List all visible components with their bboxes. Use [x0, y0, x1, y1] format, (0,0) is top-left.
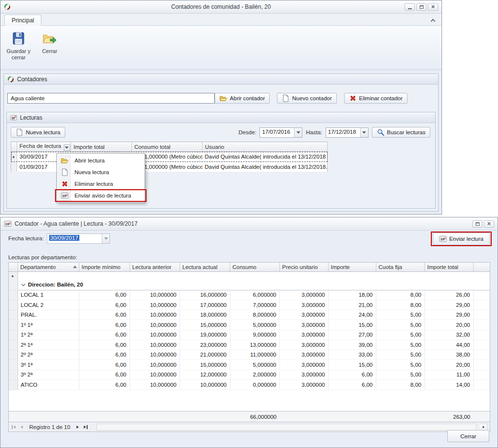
grid-cell[interactable]: 5,00	[376, 320, 424, 330]
contador-name-input[interactable]	[7, 93, 215, 104]
grid-cell[interactable]: 13,000000	[230, 340, 279, 350]
collapse-ribbon-button[interactable]	[428, 16, 437, 24]
guardar-y-cerrar-button[interactable]: Guardar y cerrar	[4, 28, 33, 61]
grid-cell[interactable]: 6,00	[79, 370, 129, 380]
close-button[interactable]: ×	[484, 220, 494, 228]
menu-item-eliminar-lectura[interactable]: Eliminar lectura	[58, 178, 144, 190]
grid-cell[interactable]: 6,00	[79, 380, 129, 390]
grid-cell[interactable]: 21,000000	[180, 350, 230, 360]
grid-cell[interactable]: 6,000000	[230, 290, 279, 300]
grid-cell[interactable]: 15,000000	[180, 320, 230, 330]
grid-cell[interactable]: 21,00	[328, 300, 376, 310]
column-header[interactable]: Lectura anterior	[129, 263, 180, 271]
grid-cell[interactable]: 24,00	[328, 310, 376, 320]
grid-cell[interactable]: 1º 2ª	[18, 330, 79, 340]
grid-cell[interactable]: 6,00	[79, 340, 129, 350]
grid-cell[interactable]: PRAL.	[18, 310, 79, 320]
grid-cell[interactable]: LOCAL 1	[18, 290, 79, 300]
grid-row[interactable]: 2º 2ª6,0010,00000021,00000011,0000003,00…	[9, 350, 490, 360]
grid-cell[interactable]: 16,000000	[180, 290, 230, 300]
grid-cell[interactable]: 3º 1ª	[18, 360, 79, 370]
column-header[interactable]: Lectura actual	[180, 263, 230, 271]
grid-cell[interactable]: 27,00	[328, 330, 376, 340]
grid-cell[interactable]: 5,00	[376, 310, 424, 320]
grid-cell[interactable]: 14,00	[424, 380, 473, 390]
column-header[interactable]: Precio unitario	[279, 263, 328, 271]
grid-row[interactable]: ATICO6,0010,00000010,0000000,0000003,000…	[9, 380, 490, 390]
hasta-date-combo[interactable]: 17/12/2018	[326, 127, 369, 138]
grid-cell[interactable]: 10,000000	[180, 380, 230, 390]
grid-cell[interactable]: 33,00	[328, 350, 376, 360]
grid-cell[interactable]: 6,00	[79, 310, 129, 320]
menu-item-nueva-lectura[interactable]: Nueva lectura	[58, 166, 144, 178]
grid-cell[interactable]: 2º 2ª	[18, 350, 79, 360]
hasta-dropdown-button[interactable]	[360, 128, 368, 137]
grid-cell[interactable]: 5,000000	[230, 360, 279, 370]
grid-cell[interactable]: 3,000000	[279, 340, 328, 350]
grid-cell[interactable]: 10,000000	[129, 290, 180, 300]
grid-row[interactable]: LOCAL 26,0010,00000017,0000007,0000003,0…	[9, 300, 490, 310]
enviar-lectura-button[interactable]: 102 Enviar lectura	[433, 233, 490, 245]
grid-cell[interactable]: 6,00	[79, 300, 129, 310]
grid-row[interactable]: 3º 1ª6,0010,00000015,0000005,0000003,000…	[9, 360, 490, 370]
grid-cell[interactable]: ATICO	[18, 380, 79, 390]
grid-cell[interactable]: 3,000000	[279, 370, 328, 380]
grid-cell[interactable]: 3,000000	[279, 330, 328, 340]
grid-cell[interactable]: 18,000000	[180, 310, 230, 320]
titlebar[interactable]: 102 Contador - Agua caliente | Lectura -…	[0, 217, 498, 231]
grid-cell[interactable]: 29,00	[424, 300, 473, 310]
menu-item-abrir-lectura[interactable]: Abrir lectura	[58, 155, 144, 166]
grid-cell[interactable]: 8,00	[376, 380, 424, 390]
grid-cell[interactable]: 8,00	[376, 300, 424, 310]
grid-cell[interactable]: 20,00	[424, 320, 473, 330]
restore-button[interactable]	[472, 220, 482, 228]
grid-cell[interactable]: 10,000000	[129, 380, 180, 390]
column-header-fecha[interactable]: Fecha de lectura	[17, 142, 71, 152]
scroll-right-button[interactable]	[480, 424, 488, 430]
grid-cell[interactable]: 8,00	[376, 290, 424, 300]
grid-cell[interactable]: 6,00	[79, 290, 129, 300]
grid-row[interactable]: 3º 2ª6,0010,00000012,0000002,0000003,000…	[9, 370, 490, 380]
eliminar-contador-button[interactable]: Eliminar contador	[344, 93, 407, 104]
filter-dropdown-button[interactable]	[64, 144, 70, 151]
grid-cell[interactable]: 11,000000	[230, 350, 279, 360]
grid-cell[interactable]: 9,000000	[230, 330, 279, 340]
grid-cell[interactable]: 12,000000	[180, 370, 230, 380]
grid-cell[interactable]: 26,00	[424, 290, 473, 300]
column-header[interactable]: Departamento	[18, 263, 79, 271]
grid-cell[interactable]: 2,000000	[230, 370, 279, 380]
grid-cell[interactable]: 6,00	[328, 370, 376, 380]
grid-cell[interactable]: 23,000000	[180, 340, 230, 350]
cerrar-button[interactable]: Cerrar	[447, 430, 489, 442]
group-row[interactable]: Direccion: Bailén, 20	[9, 280, 490, 290]
grid-cell[interactable]: 10,000000	[129, 320, 180, 330]
close-button[interactable]: ×	[428, 3, 438, 11]
titlebar[interactable]: Contadores de comunidad - Bailén, 20 ×	[0, 0, 442, 14]
grid-row[interactable]: 1º 2ª6,0010,00000019,0000009,0000003,000…	[9, 330, 490, 340]
column-header-usuario[interactable]: Usuario	[203, 142, 328, 152]
grid-cell[interactable]: 10,000000	[129, 310, 180, 320]
grid-cell[interactable]: 39,00	[328, 340, 376, 350]
grid-cell[interactable]: 5,00	[376, 370, 424, 380]
cell-usuario[interactable]: David Quintas Alcalde( introducida el 13…	[203, 162, 328, 172]
grid-row[interactable]: 1º 1ª6,0010,00000015,0000005,0000003,000…	[9, 320, 490, 330]
grid-cell[interactable]: 15,00	[328, 320, 376, 330]
grid-cell[interactable]: 44,00	[424, 340, 473, 350]
grid-cell[interactable]: 3,000000	[279, 310, 328, 320]
grid-cell[interactable]: 5,00	[376, 350, 424, 360]
grid-cell[interactable]: 17,000000	[180, 300, 230, 310]
grid-cell[interactable]: 10,000000	[129, 300, 180, 310]
grid-cell[interactable]: 3,000000	[279, 380, 328, 390]
cell-usuario[interactable]: David Quintas Alcalde( introducida el 13…	[203, 152, 328, 162]
grid-cell[interactable]: 5,000000	[230, 320, 279, 330]
grid-row[interactable]: 2ª 1ª6,0010,00000023,00000013,0000003,00…	[9, 340, 490, 350]
cerrar-ribbon-button[interactable]: Cerrar	[36, 28, 64, 54]
grid-cell[interactable]: 11,00	[424, 370, 473, 380]
grid-cell[interactable]: 10,000000	[129, 330, 180, 340]
column-header[interactable]: Consumo	[230, 263, 279, 271]
grid-cell[interactable]: 29,00	[424, 310, 473, 320]
grid-cell[interactable]: 5,00	[376, 360, 424, 370]
abrir-contador-button[interactable]: Abrir contador	[215, 93, 270, 104]
grid-cell[interactable]: 19,000000	[180, 330, 230, 340]
grid-cell[interactable]: 18,00	[328, 290, 376, 300]
